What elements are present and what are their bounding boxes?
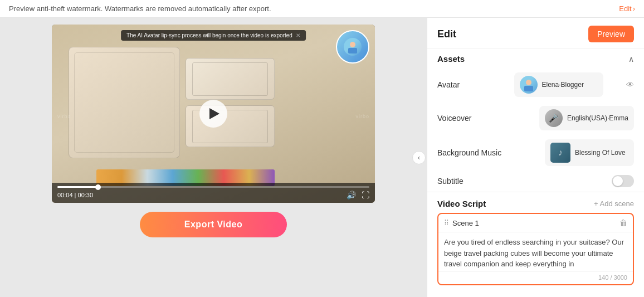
avatar-thumb-head <box>526 80 531 85</box>
scene-text[interactable]: Are you tired of endless searching in yo… <box>438 232 633 271</box>
avatar-body <box>348 48 357 53</box>
video-script-header: Video Script + Add scene <box>427 192 644 213</box>
avatar-head <box>350 42 355 47</box>
music-note-icon: ♪ <box>558 148 563 158</box>
background-music-name: Blessing Of Love <box>575 149 626 157</box>
add-scene-button[interactable]: + Add scene <box>594 199 634 208</box>
progress-dot <box>95 184 101 190</box>
notification-text: The AI Avatar lip-sync process will begi… <box>126 32 292 38</box>
left-panel: ‹ virbo virbo <box>0 18 427 297</box>
watermark-notice-text: Preview anti-theft watermark. Watermarks… <box>9 4 271 13</box>
subtitle-row: Subtitle <box>427 171 644 192</box>
edit-label: Edit <box>619 4 631 13</box>
volume-icon[interactable]: 🔊 <box>347 191 356 199</box>
video-controls: 00:04 | 00:30 🔊 ⛶ <box>52 183 375 203</box>
subtitle-label: Subtitle <box>437 177 493 186</box>
edit-arrow-icon: › <box>633 4 635 13</box>
current-time: 00:04 <box>57 192 73 198</box>
video-player: virbo virbo The AI Avatar lip-sync proce… <box>52 25 375 203</box>
progress-fill <box>57 186 98 188</box>
notification-close-icon[interactable]: ✕ <box>296 32 300 38</box>
progress-bar[interactable] <box>57 186 369 188</box>
play-icon <box>209 108 219 119</box>
controls-row: 00:04 | 00:30 🔊 ⛶ <box>57 191 369 199</box>
avatar-thumb <box>520 76 538 94</box>
collapse-panel-button[interactable]: ‹ <box>412 151 426 164</box>
background-music-row: Background Music ♪ Blessing Of Love <box>427 135 644 171</box>
right-panel: Edit Preview Assets ∧ Avatar Elena·Blogg… <box>427 18 644 297</box>
fullscreen-icon[interactable]: ⛶ <box>362 191 369 199</box>
watermark-left: virbo <box>57 114 71 119</box>
avatar-overlay <box>336 30 369 64</box>
top-bar: Preview anti-theft watermark. Watermarks… <box>0 0 644 18</box>
background-music-value[interactable]: ♪ Blessing Of Love <box>545 139 634 166</box>
voiceover-name: English(USA)·Emma <box>567 114 628 122</box>
scene-card-header: ⠿ Scene 1 🗑 <box>438 214 633 232</box>
preview-button[interactable]: Preview <box>588 26 634 42</box>
avatar-value[interactable]: Elena·Blogger <box>514 72 603 97</box>
total-time: 00:30 <box>78 192 94 198</box>
watermark-notice-wrap: Preview anti-theft watermark. Watermarks… <box>9 4 271 13</box>
assets-section-title: Assets <box>437 54 465 64</box>
voiceover-label: Voiceover <box>437 114 493 123</box>
avatar-row: Avatar Elena·Blogger 👁 <box>427 68 644 101</box>
toggle-knob <box>613 176 623 186</box>
subtitle-toggle[interactable] <box>612 175 634 187</box>
music-thumb: ♪ <box>550 143 570 163</box>
time-display: 00:04 | 00:30 <box>57 192 93 198</box>
scene-char-count: 140 / 3000 <box>438 271 633 284</box>
export-button-wrap: Export Video <box>140 212 287 237</box>
voiceover-row: Voiceover 🎤 English(USA)·Emma <box>427 101 644 135</box>
ai-notification-bar: The AI Avatar lip-sync process will begi… <box>121 30 306 41</box>
assets-section-header: Assets ∧ <box>427 48 644 68</box>
assets-chevron-icon[interactable]: ∧ <box>628 55 634 64</box>
play-button[interactable] <box>199 100 227 128</box>
video-script-title: Video Script <box>437 199 486 208</box>
export-video-button[interactable]: Export Video <box>140 212 287 237</box>
ctrl-icons: 🔊 ⛶ <box>347 191 369 199</box>
voiceover-thumb: 🎤 <box>545 109 563 127</box>
avatar-person-icon <box>344 38 362 56</box>
scene-card: ⠿ Scene 1 🗑 Are you tired of endless sea… <box>437 213 634 285</box>
collapse-arrow-icon: ‹ <box>418 154 420 162</box>
voiceover-value[interactable]: 🎤 English(USA)·Emma <box>539 106 634 130</box>
drag-handle-icon[interactable]: ⠿ <box>444 219 449 227</box>
main-content: ‹ virbo virbo <box>0 18 644 297</box>
scene-delete-icon[interactable]: 🗑 <box>619 218 627 227</box>
watermark-right: virbo <box>355 114 369 119</box>
scene-title: Scene 1 <box>452 219 479 227</box>
avatar-label: Avatar <box>437 80 493 89</box>
avatar-eye-icon[interactable]: 👁 <box>626 80 634 89</box>
avatar-name: Elena·Blogger <box>542 81 584 89</box>
avatar-thumb-body <box>524 86 533 91</box>
right-panel-header: Edit Preview <box>427 18 644 48</box>
background-music-label: Background Music <box>437 148 501 157</box>
edit-link[interactable]: Edit › <box>619 4 635 13</box>
right-panel-title: Edit <box>437 28 456 40</box>
